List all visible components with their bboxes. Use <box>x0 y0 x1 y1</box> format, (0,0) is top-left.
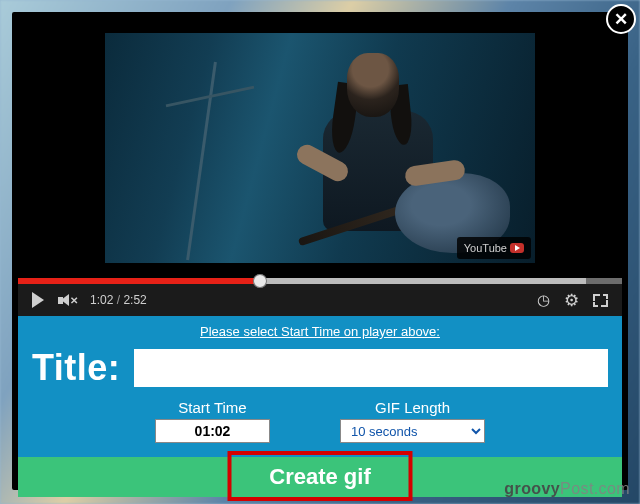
start-time-group: Start Time <box>155 399 270 443</box>
video-player-bar: ✕ 1:02 / 2:52 ◷ ⚙ <box>18 278 622 316</box>
instruction-text: Please select Start Time on player above… <box>32 324 608 339</box>
time-display: 1:02 / 2:52 <box>90 293 147 307</box>
gif-length-select[interactable]: 10 seconds <box>340 419 485 443</box>
create-gif-label: Create gif <box>269 464 370 490</box>
gif-settings-panel: Please select Start Time on player above… <box>18 316 622 457</box>
gif-creator-modal: ✕ YouTube <box>12 12 628 490</box>
clock-icon: ◷ <box>537 291 550 309</box>
title-input[interactable] <box>134 349 608 387</box>
watermark-suffix: Post.com <box>560 480 630 497</box>
play-button[interactable] <box>32 292 44 308</box>
guitarist-silhouette <box>275 53 475 258</box>
player-controls: ✕ 1:02 / 2:52 ◷ ⚙ <box>18 284 622 316</box>
video-frame[interactable]: YouTube <box>105 33 535 263</box>
title-label: Title: <box>32 347 120 389</box>
watch-later-button[interactable]: ◷ <box>537 291 550 309</box>
time-separator: / <box>117 293 124 307</box>
youtube-icon <box>510 243 524 253</box>
fullscreen-icon <box>593 294 608 307</box>
youtube-badge-label: YouTube <box>464 242 507 254</box>
start-time-label: Start Time <box>178 399 246 416</box>
gif-length-label: GIF Length <box>375 399 450 416</box>
video-area: YouTube <box>18 18 622 278</box>
fullscreen-button[interactable] <box>593 294 608 307</box>
gear-icon: ⚙ <box>564 292 579 309</box>
volume-muted-icon: ✕ <box>58 293 76 308</box>
play-icon <box>32 292 44 308</box>
gif-length-group: GIF Length 10 seconds <box>340 399 485 443</box>
current-time: 1:02 <box>90 293 113 307</box>
mic-stand-silhouette <box>186 62 217 260</box>
mute-button[interactable]: ✕ <box>58 293 76 308</box>
create-gif-button[interactable]: Create gif <box>230 459 410 495</box>
watermark: groovyPost.com <box>504 480 630 498</box>
settings-button[interactable]: ⚙ <box>564 292 579 309</box>
youtube-badge[interactable]: YouTube <box>457 237 531 259</box>
title-row: Title: <box>32 347 608 389</box>
start-time-input[interactable] <box>155 419 270 443</box>
close-icon: ✕ <box>614 9 628 30</box>
duration: 2:52 <box>123 293 146 307</box>
watermark-brand: groovy <box>504 480 560 497</box>
timing-options: Start Time GIF Length 10 seconds <box>32 399 608 443</box>
close-button[interactable]: ✕ <box>606 4 636 34</box>
